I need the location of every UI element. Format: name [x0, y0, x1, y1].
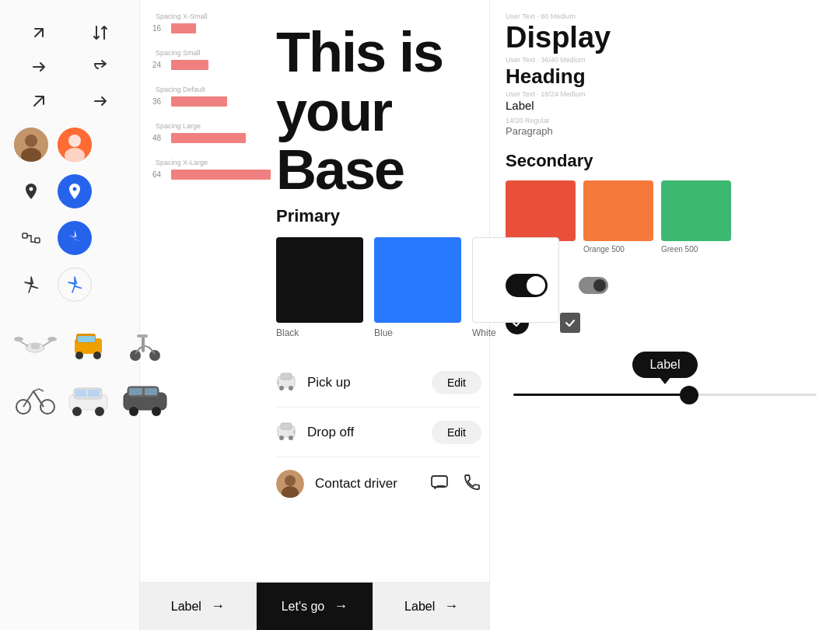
ride-section: Pick up Edit Drop off: [276, 358, 481, 510]
vehicle-car-white[interactable]: [63, 373, 114, 420]
slider-track: [513, 394, 817, 396]
contact-action-icons: [430, 473, 481, 495]
label-right-button[interactable]: Label →: [373, 583, 489, 630]
slider-fill: [513, 394, 689, 396]
spacing-large-value: 48: [152, 134, 166, 142]
vehicle-bike[interactable]: [14, 373, 57, 420]
label-left-text: Label: [171, 600, 201, 614]
toggle-on-knob: [527, 276, 545, 295]
svg-rect-29: [75, 390, 86, 397]
tooltip-bubble: Label: [632, 352, 697, 378]
swatch-green-name: Green 500: [661, 245, 731, 254]
message-icon[interactable]: [430, 473, 449, 495]
swatch-red: [506, 180, 576, 241]
nav-icon-row-2: [8, 218, 131, 258]
spacing-section: Spacing X-Small 16 Spacing Small 24 Spac…: [152, 12, 273, 195]
arrow-curve-icon[interactable]: [73, 53, 129, 81]
swatch-blue-name: Blue: [374, 327, 461, 338]
arrow-right-icon[interactable]: [11, 53, 67, 81]
dropoff-icon: [276, 420, 296, 444]
vehicle-drone[interactable]: [14, 320, 57, 367]
primary-swatches: Black Blue White: [276, 237, 481, 338]
arrows-swap-icon[interactable]: [73, 19, 129, 47]
pickup-label: Pick up: [307, 375, 421, 390]
svg-point-28: [95, 407, 104, 416]
svg-point-19: [130, 350, 141, 361]
svg-rect-6: [23, 233, 27, 238]
lets-go-arrow: →: [334, 598, 348, 614]
spacing-large-bar: [171, 133, 246, 143]
arrow-right2-icon[interactable]: [73, 87, 129, 115]
location-icon-plain[interactable]: [14, 174, 48, 208]
avatar-orange[interactable]: [58, 128, 92, 162]
svg-point-16: [75, 352, 83, 359]
pickup-edit-button[interactable]: Edit: [432, 371, 481, 394]
label-text: Label: [506, 99, 824, 112]
paragraph-text: Paragraph: [506, 125, 824, 137]
map-icon-outline[interactable]: [58, 268, 92, 302]
spacing-large: Spacing Large 48: [152, 122, 273, 143]
svg-point-40: [289, 386, 293, 390]
content-area: Spacing X-Small 16 Spacing Small 24 Spac…: [0, 0, 840, 630]
svg-rect-13: [31, 343, 40, 349]
page-container: Spacing X-Small 16 Spacing Small 24 Spac…: [0, 0, 840, 630]
swatch-white-name: White: [472, 327, 559, 338]
slider-container: [506, 384, 824, 396]
tooltip-label: Label: [649, 358, 680, 371]
svg-point-44: [279, 436, 284, 440]
toggle-off-small[interactable]: [579, 277, 608, 294]
dropoff-row: Drop off Edit: [276, 408, 481, 457]
arrows-diagonal-icon[interactable]: [11, 19, 67, 47]
svg-rect-46: [293, 430, 296, 434]
heading-text: Heading: [506, 65, 824, 89]
spacing-default-label: Spacing Default: [152, 86, 273, 93]
vehicles-grid: [8, 317, 131, 423]
label-hint: User Text · 18/24 Medium: [506, 90, 824, 98]
phone-icon[interactable]: [463, 473, 481, 495]
bottom-bar: Label → Let's go → Label →: [140, 582, 489, 630]
primary-colors-label: Primary: [276, 206, 481, 226]
spacing-small-label: Spacing Small: [152, 49, 273, 57]
arrow-up-right-icon[interactable]: [11, 87, 67, 115]
label-left-button[interactable]: Label →: [140, 583, 257, 630]
slider-thumb[interactable]: [680, 386, 698, 404]
vehicle-auto[interactable]: [63, 320, 114, 367]
swatch-green: [661, 180, 731, 241]
route-icon-plain[interactable]: [14, 221, 48, 255]
svg-rect-7: [35, 238, 40, 243]
swatch-orange-name: Orange 500: [583, 245, 653, 254]
spacing-xlarge: Spacing X-Large 64: [152, 159, 273, 180]
toggle-on[interactable]: [506, 274, 548, 297]
map-icon-plain[interactable]: [14, 268, 48, 302]
hero-line2: your Base: [276, 80, 404, 201]
svg-rect-41: [277, 380, 279, 384]
paragraph-hint: 14/20 Regular: [506, 117, 824, 124]
lets-go-button[interactable]: Let's go →: [257, 583, 373, 630]
location-icon-blue[interactable]: [58, 174, 92, 208]
spacing-xsmall-label: Spacing X-Small: [152, 12, 273, 20]
svg-rect-38: [281, 373, 292, 380]
middle-column: Spacing X-Small 16 Spacing Small 24 Spac…: [140, 0, 490, 630]
nav-icon-row-3: [8, 264, 131, 305]
avatar-row: [8, 124, 131, 165]
contact-row: Contact driver: [276, 457, 481, 510]
spacing-small: Spacing Small 24: [152, 49, 273, 70]
svg-point-12: [47, 337, 57, 341]
svg-point-27: [72, 407, 82, 416]
svg-point-33: [129, 407, 138, 416]
spacing-default-value: 36: [152, 97, 166, 106]
label-left-arrow: →: [211, 598, 225, 614]
compass-icon-blue[interactable]: [58, 221, 92, 255]
avatar-photo[interactable]: [14, 128, 48, 162]
checkbox-square[interactable]: [560, 313, 580, 333]
dropoff-edit-button[interactable]: Edit: [432, 421, 481, 444]
left-column: [0, 0, 140, 630]
secondary-label: Secondary: [506, 151, 824, 171]
spacing-xlarge-label: Spacing X-Large: [152, 159, 273, 166]
svg-rect-50: [432, 476, 447, 487]
spacing-small-bar: [171, 60, 208, 70]
swatch-black-item: Black: [276, 237, 363, 338]
nav-icon-row-1: [8, 171, 131, 212]
spacing-xsmall-bar: [171, 23, 196, 33]
spacing-xlarge-bar: [171, 170, 271, 180]
